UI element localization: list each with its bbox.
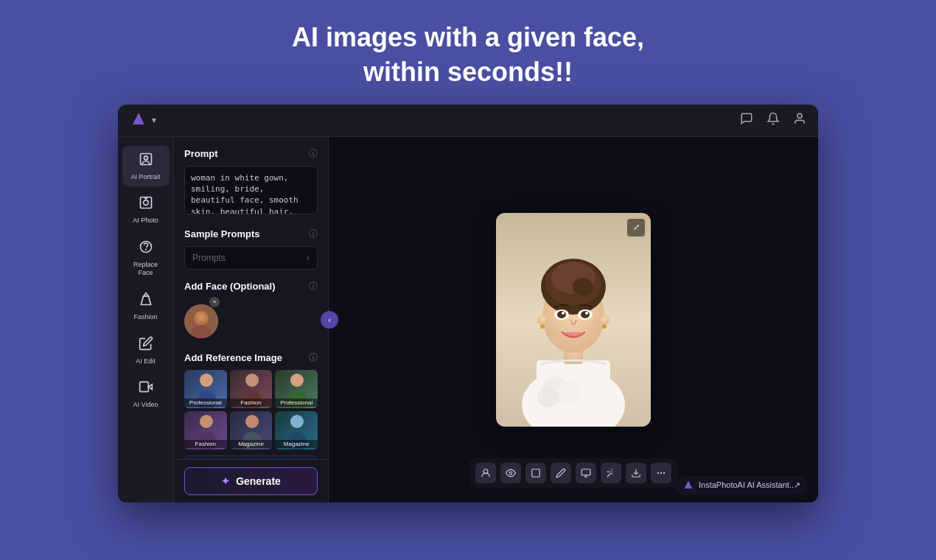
prompts-dropdown-text: Prompts	[192, 253, 226, 263]
ai-video-icon	[139, 379, 153, 398]
main-area: ⤢	[329, 137, 818, 503]
ai-assistant[interactable]: InstaPhotoAI AI Assistant..↗	[675, 476, 808, 495]
reference-item-1[interactable]: Professional	[184, 370, 227, 408]
bride-portrait-svg	[496, 213, 651, 427]
reference-label-1: Professional	[184, 399, 227, 407]
chevron-down-icon[interactable]: ▾	[152, 115, 156, 125]
add-reference-label: Add Reference Image	[184, 352, 282, 363]
face-avatar	[184, 304, 218, 338]
reference-label-4: Fashion	[184, 440, 227, 448]
face-avatar-wrapper: ×	[184, 298, 218, 338]
left-panel-wrapper: Prompt ⓘ woman in white gown, smiling, b…	[174, 137, 329, 503]
sidebar-item-ai-portrait[interactable]: AI Portrait	[122, 146, 170, 187]
reference-item-4[interactable]: Fashion	[184, 411, 227, 449]
prompts-dropdown[interactable]: Prompts ›	[184, 246, 318, 270]
svg-point-3	[144, 155, 147, 159]
sample-prompts-info-icon[interactable]: ⓘ	[309, 228, 318, 240]
svg-point-43	[585, 312, 588, 315]
svg-point-20	[245, 415, 259, 428]
add-face-section: Add Face (Optional) ⓘ	[184, 280, 318, 341]
top-bar: ▾	[118, 105, 818, 137]
reference-item-2[interactable]: Fashion	[230, 370, 273, 408]
sidebar-item-ai-photo[interactable]: AI Photo	[122, 189, 170, 231]
toolbar-download-btn[interactable]	[626, 463, 646, 483]
expand-icon[interactable]: ⤢	[627, 219, 645, 237]
reference-grid: Professional Fashion	[184, 370, 318, 449]
svg-point-46	[537, 387, 558, 407]
svg-point-34	[537, 315, 548, 325]
svg-point-18	[200, 415, 213, 428]
reference-label-5: Magazine	[230, 440, 273, 448]
fashion-icon	[139, 292, 153, 310]
add-reference-info-icon[interactable]: ⓘ	[309, 351, 318, 364]
sidebar-item-ai-video-label: AI Video	[133, 401, 158, 409]
toolbar-layers-btn[interactable]	[576, 463, 596, 483]
svg-point-42	[562, 312, 565, 315]
toolbar-square-btn[interactable]	[525, 463, 546, 483]
sidebar-item-replace-face[interactable]: Replace Face	[122, 234, 170, 283]
add-reference-section: Add Reference Image ⓘ Professional	[184, 351, 318, 459]
toolbar-more-btn[interactable]	[651, 463, 671, 483]
reference-label-6: Magazine	[275, 440, 318, 448]
svg-point-14	[245, 374, 259, 387]
ai-edit-icon	[139, 336, 153, 354]
sidebar-item-fashion[interactable]: Fashion	[122, 286, 170, 327]
svg-point-37	[540, 324, 545, 329]
sidebar-item-ai-edit[interactable]: AI Edit	[122, 330, 170, 371]
svg-point-41	[581, 311, 590, 318]
toolbar-face-btn[interactable]	[475, 463, 496, 483]
generate-section: ✦ Generate	[174, 459, 328, 503]
add-face-info-icon[interactable]: ⓘ	[309, 280, 318, 293]
svg-rect-49	[532, 469, 540, 477]
collapse-panel-btn[interactable]: ‹	[321, 311, 338, 329]
svg-point-33	[573, 278, 593, 295]
svg-rect-7	[139, 382, 148, 392]
sidebar-item-ai-portrait-label: AI Portrait	[130, 173, 160, 181]
face-avatar-close-icon[interactable]: ×	[209, 297, 220, 307]
headline-line1: AI images with a given face,	[292, 21, 644, 55]
left-panel: Prompt ⓘ woman in white gown, smiling, b…	[174, 137, 328, 459]
svg-point-22	[290, 415, 304, 428]
prompt-textarea[interactable]: woman in white gown, smiling, bride, bea…	[184, 166, 318, 214]
generate-btn[interactable]: ✦ Generate	[184, 467, 318, 495]
reference-item-3[interactable]: Professional	[275, 370, 318, 408]
sidebar-item-fashion-label: Fashion	[133, 313, 157, 321]
bell-icon[interactable]	[766, 112, 780, 128]
top-bar-right	[740, 112, 806, 128]
svg-point-16	[290, 374, 304, 387]
ai-assistant-logo	[682, 480, 694, 491]
generate-icon: ✦	[221, 475, 230, 487]
user-icon[interactable]	[793, 112, 806, 128]
svg-point-12	[200, 374, 213, 387]
svg-point-45	[558, 382, 581, 405]
svg-point-5	[143, 200, 148, 206]
app-window: ▾	[118, 105, 818, 503]
top-bar-left: ▾	[130, 111, 156, 129]
reference-item-6[interactable]: Magazine	[275, 411, 318, 449]
headline: AI images with a given face, within seco…	[277, 0, 659, 105]
reference-item-5[interactable]: Magazine	[230, 411, 273, 449]
toolbar-edit-btn[interactable]	[551, 463, 571, 483]
sidebar-item-ai-video[interactable]: AI Video	[122, 374, 170, 415]
svg-point-54	[663, 472, 665, 473]
add-reference-header: Add Reference Image ⓘ	[184, 351, 318, 364]
prompt-info-icon[interactable]: ⓘ	[309, 147, 318, 160]
sample-prompts-label: Sample Prompts	[184, 228, 260, 239]
sidebar-item-replace-face-label: Replace Face	[127, 261, 165, 277]
reference-label-2: Fashion	[230, 399, 273, 407]
ai-assistant-text: InstaPhotoAI AI Assistant..↗	[699, 480, 800, 490]
sidebar-item-ai-photo-label: AI Photo	[133, 217, 158, 225]
sample-prompts-header: Sample Prompts ⓘ	[184, 228, 318, 240]
toolbar-eye-btn[interactable]	[500, 463, 521, 483]
svg-point-36	[602, 324, 607, 329]
sidebar-item-ai-edit-label: AI Edit	[136, 357, 156, 365]
svg-point-10	[194, 311, 209, 326]
generate-label: Generate	[236, 475, 281, 487]
svg-marker-0	[133, 113, 144, 125]
prompt-label: Prompt	[184, 148, 218, 159]
face-avatar-svg	[184, 304, 218, 338]
prompt-section-header: Prompt ⓘ	[184, 147, 318, 160]
ai-photo-icon	[139, 195, 153, 214]
chat-icon[interactable]	[740, 112, 753, 128]
toolbar-magic-btn[interactable]	[601, 463, 621, 483]
